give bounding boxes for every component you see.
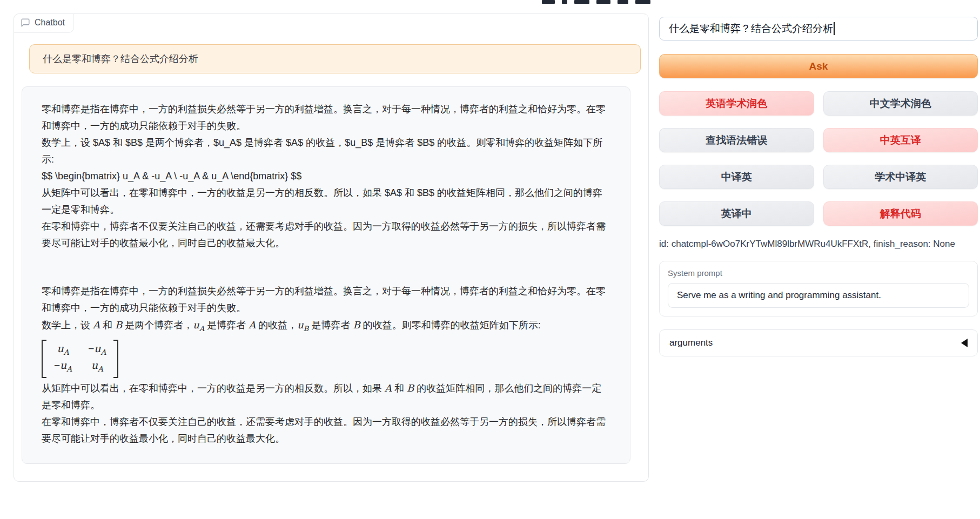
quick-button-8[interactable]: 解释代码 <box>823 201 978 226</box>
quick-button-2[interactable]: 中文学术润色 <box>823 91 978 116</box>
chatbot-panel: Chatbot 什么是零和博弈？结合公式介绍分析 零和博弈是指在博弈中，一方的利… <box>14 14 649 482</box>
chatbot-label-text: Chatbot <box>35 18 65 28</box>
title-glyph-fragment <box>574 0 589 4</box>
bot-paragraph: 从矩阵中可以看出，在零和博弈中，一方的收益是另一方的相反数。所以，如果 $A$ … <box>42 185 610 218</box>
chat-bubble-icon <box>21 18 30 28</box>
arguments-accordion-label: arguments <box>669 338 713 348</box>
bot-paragraph: 从矩阵中可以看出，在零和博弈中，一方的收益是另一方的相反数。所以，如果 A 和 … <box>42 380 610 414</box>
page-title-cropped <box>542 0 650 4</box>
question-input-value: 什么是零和博弈？结合公式介绍分析 <box>669 22 833 36</box>
quick-button-1[interactable]: 英语学术润色 <box>659 91 814 116</box>
system-prompt-card: System prompt Serve me as a writing and … <box>659 261 978 316</box>
bot-raw-section: 零和博弈是指在博弈中，一方的利益损失必然等于另一方的利益增益。换言之，对于每一种… <box>42 101 610 252</box>
quick-button-7[interactable]: 英译中 <box>659 201 814 226</box>
title-glyph-fragment <box>617 0 628 4</box>
title-glyph-fragment <box>542 0 555 4</box>
bot-paragraph: $$ \begin{bmatrix} u_A & -u_A \ -u_A & u… <box>42 168 610 185</box>
bot-paragraph: 零和博弈是指在博弈中，一方的利益损失必然等于另一方的利益增益。换言之，对于每一种… <box>42 101 610 134</box>
bot-paragraph: 在零和博弈中，博弈者不仅要关注自己的收益，还需要考虑对手的收益。因为一方取得的收… <box>42 218 610 252</box>
matrix-left-bracket <box>42 340 46 379</box>
matrix-right-bracket <box>113 340 118 379</box>
bot-paragraph: 在零和博弈中，博弈者不仅要关注自己的收益，还需要考虑对手的收益。因为一方取得的收… <box>42 414 610 447</box>
user-message-text: 什么是零和博弈？结合公式介绍分析 <box>43 53 198 64</box>
arguments-accordion[interactable]: arguments <box>659 329 978 356</box>
quick-button-3[interactable]: 查找语法错误 <box>659 128 814 152</box>
system-prompt-input[interactable]: Serve me as a writing and programming as… <box>668 283 969 308</box>
quick-button-5[interactable]: 中译英 <box>659 165 814 189</box>
app-root: Chatbot 什么是零和博弈？结合公式介绍分析 零和博弈是指在博弈中，一方的利… <box>0 0 980 519</box>
title-glyph-fragment <box>562 0 567 4</box>
bot-paragraph: 零和博弈是指在博弈中，一方的利益损失必然等于另一方的利益增益。换言之，对于每一种… <box>42 283 610 316</box>
system-prompt-label: System prompt <box>668 268 969 278</box>
payoff-matrix: uA−uA−uAuA <box>42 340 118 379</box>
bot-paragraph: 数学上，设 $A$ 和 $B$ 是两个博弈者，$u_A$ 是博弈者 $A$ 的收… <box>42 134 610 168</box>
quick-button-4[interactable]: 中英互译 <box>823 128 978 152</box>
quick-buttons-grid: 英语学术润色中文学术润色查找语法错误中英互译中译英学术中译英英译中解释代码 <box>659 91 978 226</box>
text-cursor <box>834 22 835 35</box>
bot-rendered-section: 零和博弈是指在博弈中，一方的利益损失必然等于另一方的利益增益。换言之，对于每一种… <box>42 283 610 447</box>
question-input[interactable]: 什么是零和博弈？结合公式介绍分析 <box>659 17 978 41</box>
quick-button-6[interactable]: 学术中译英 <box>823 165 978 189</box>
bot-paragraph: 数学上，设 A 和 B 是两个博弈者，uA 是博弈者 A 的收益，uB 是博弈者… <box>42 316 610 337</box>
bot-message: 零和博弈是指在博弈中，一方的利益损失必然等于另一方的利益增益。换言之，对于每一种… <box>22 86 630 464</box>
user-message: 什么是零和博弈？结合公式介绍分析 <box>29 44 641 73</box>
response-status: id: chatcmpl-6wOo7KrYTwMl89lbrMWRu4UkFFX… <box>659 239 978 250</box>
collapse-arrow-icon <box>961 339 968 347</box>
ask-button[interactable]: Ask <box>659 54 978 78</box>
chatbot-label: Chatbot <box>14 14 74 33</box>
composer-column: 什么是零和博弈？结合公式介绍分析 Ask 英语学术润色中文学术润色查找语法错误中… <box>659 17 978 356</box>
title-glyph-fragment <box>596 0 610 4</box>
message-gap <box>42 252 610 283</box>
title-glyph-fragment <box>635 0 650 4</box>
